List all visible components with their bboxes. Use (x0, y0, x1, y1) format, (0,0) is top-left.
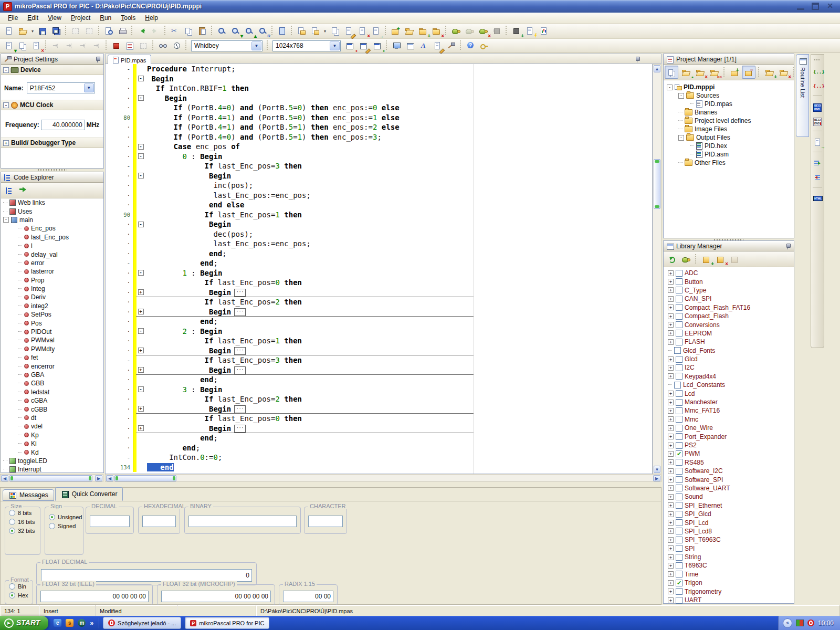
view-breakpoints-button[interactable] (123, 39, 136, 52)
library-glcd[interactable]: +Glcd (664, 355, 794, 363)
code-explorer-item-gba[interactable]: GBA (1, 371, 103, 379)
code-text[interactable]: If (PortB.4=1) and (PortB.5=0) then enc_… (145, 113, 400, 123)
code-line-5[interactable]: · If (PortB.4=0) and (PortB.5=0) then en… (106, 103, 652, 113)
library-software-i2c[interactable]: +Software_I2C (664, 467, 794, 475)
library-eeprom[interactable]: +EEPROM (664, 329, 794, 338)
menu-project[interactable]: Project (66, 13, 95, 23)
expand-icon[interactable]: + (668, 304, 674, 310)
radio-selected-icon[interactable] (49, 514, 55, 520)
checkbox[interactable] (676, 476, 682, 483)
expand-icon[interactable]: + (668, 356, 674, 362)
checkbox[interactable] (674, 382, 681, 388)
mikrobootloader-button[interactable] (449, 25, 463, 38)
editor-vscrollbar[interactable]: ▲ ▼ (653, 64, 662, 474)
code-line-2[interactable]: ·- Begin (106, 74, 652, 84)
code-text[interactable]: If last_Enc_pos=0 then (145, 414, 302, 424)
open-file-dropdown[interactable]: ▾ (29, 25, 36, 38)
fold-column[interactable] (136, 64, 145, 74)
code-text[interactable]: If (PortB.4=0) and (PortB.5=1) then enc_… (145, 132, 382, 142)
edit-project-button[interactable] (342, 25, 355, 38)
expand-icon[interactable]: + (668, 589, 674, 594)
radio-icon[interactable] (9, 519, 15, 525)
checkbox[interactable] (676, 433, 682, 440)
code-line-6[interactable]: 80 If (PortB.4=1) and (PortB.5=0) then e… (106, 113, 652, 123)
save-file-button[interactable] (36, 25, 49, 38)
expand-icon[interactable]: + (668, 477, 674, 482)
expand-icon[interactable]: + (3, 140, 9, 146)
checkbox[interactable] (676, 270, 682, 277)
ide-options-button[interactable] (444, 39, 458, 52)
start-debugger-button[interactable] (523, 25, 537, 38)
project-item-output-files[interactable]: -Output Files (664, 133, 794, 142)
build-and-program-button[interactable] (328, 25, 342, 38)
tab-quick-converter[interactable]: Quick Converter (55, 487, 123, 501)
code-explorer-item-deriv[interactable]: Deriv (1, 293, 103, 301)
chevron-down-icon[interactable]: ▼ (251, 41, 261, 50)
expand-icon[interactable]: + (668, 494, 674, 500)
scrollbar-thumb[interactable] (654, 159, 660, 209)
fold-collapse-icon[interactable]: - (138, 144, 144, 150)
add-file-to-project-button[interactable] (416, 25, 429, 38)
menu-edit[interactable]: Edit (23, 13, 43, 23)
collapsed-code-icon[interactable]: ··· (234, 347, 246, 355)
save-all-button[interactable] (49, 25, 63, 38)
print-button[interactable] (116, 25, 129, 38)
code-text[interactable]: Begin (145, 74, 174, 84)
code-text[interactable]: inc(pos); (145, 181, 253, 191)
fold-column[interactable] (136, 161, 145, 171)
code-line-36[interactable]: ·+ Begin··· (106, 404, 652, 414)
code-text[interactable]: If last_Enc_pos=2 then (145, 394, 302, 404)
pin-icon[interactable] (93, 55, 101, 64)
select-region-button[interactable] (69, 25, 82, 38)
insert-code-template-button[interactable] (811, 135, 824, 149)
fold-column[interactable] (136, 239, 145, 249)
project-item-pid-asm[interactable]: PID.asm (664, 150, 794, 159)
fold-column[interactable]: - (136, 142, 145, 152)
code-line-21[interactable]: - end; (106, 258, 652, 268)
expand-icon[interactable]: + (668, 391, 674, 396)
collapse-icon[interactable]: - (3, 67, 9, 73)
expand-icon[interactable]: + (668, 287, 674, 293)
code-text[interactable]: Begin··· (145, 346, 246, 356)
size-option-16-bits[interactable]: 16 bits (9, 519, 40, 525)
build-debugger-section-bar[interactable]: + Build/ Debugger Type (1, 138, 103, 148)
code-text[interactable]: Procedure Interrupt; (145, 64, 236, 74)
code-line-30[interactable]: ·+ Begin··· (106, 346, 652, 356)
radio-icon[interactable] (49, 523, 55, 529)
close-button[interactable]: ✕ (826, 3, 834, 10)
code-text[interactable]: Begin··· (145, 404, 246, 414)
code-line-34[interactable]: ·- 3 : Begin (106, 385, 652, 395)
expand-icon[interactable]: + (668, 296, 674, 302)
radio-icon[interactable] (9, 583, 15, 590)
remove-project-from-group-button[interactable] (742, 66, 755, 79)
expand-icon[interactable]: + (668, 528, 674, 534)
code-line-16[interactable]: 90 If last_Enc_pos=1 then (106, 210, 652, 220)
collapsed-code-icon[interactable]: ··· (234, 405, 246, 413)
code-text[interactable]: If last_Enc_pos=3 then (145, 161, 302, 171)
size-option-32-bits[interactable]: 32 bits (9, 528, 40, 534)
fold-expand-icon[interactable]: + (138, 309, 144, 314)
code-text[interactable]: 3 : Begin (145, 385, 222, 395)
checkbox[interactable] (676, 287, 682, 293)
fold-collapse-icon[interactable]: - (138, 173, 144, 178)
check-all-libraries-button[interactable] (699, 253, 713, 266)
code-line-32[interactable]: ·+ Begin··· (106, 365, 652, 375)
add-file-to-project-button[interactable] (762, 66, 776, 79)
checkbox[interactable] (676, 528, 682, 534)
find-next-button[interactable] (228, 25, 242, 38)
expand-icon[interactable]: + (668, 554, 674, 560)
collapsed-code-icon[interactable]: ··· (234, 425, 246, 433)
editor-style-combo[interactable]: Whidbey▼ (191, 40, 262, 51)
library-spi-lcd[interactable]: +SPI_Lcd (664, 518, 794, 527)
library-keypad4x4[interactable]: +Keypad4x4 (664, 372, 794, 381)
code-text[interactable]: 2 : Begin (145, 327, 222, 337)
checkbox[interactable] (676, 511, 682, 518)
library-port-expander[interactable]: +Port_Expander (664, 432, 794, 440)
expand-icon[interactable]: + (668, 580, 674, 586)
opera-tray-icon[interactable] (807, 620, 814, 626)
fold-column[interactable]: - (136, 268, 145, 278)
fold-column[interactable] (136, 191, 145, 201)
show-edit-project-button[interactable] (343, 39, 356, 52)
paste-button[interactable] (195, 25, 209, 38)
stopwatch-window-button[interactable] (170, 39, 183, 52)
